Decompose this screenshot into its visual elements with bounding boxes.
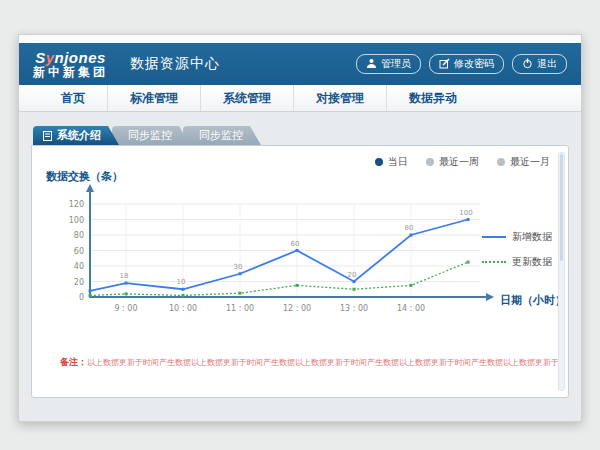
svg-text:12 : 00: 12 : 00 — [283, 304, 311, 313]
brand-logo: Synjones 新中新集团 — [33, 50, 108, 78]
page-title: 数据资源中心 — [130, 55, 220, 73]
legend-item-new-data: 新增数据 — [482, 230, 552, 244]
tab-bar: 系统介绍 同步监控 同步监控 — [33, 126, 569, 145]
filter-today[interactable]: 当日 — [375, 155, 408, 169]
nav-item-interface-mgmt[interactable]: 对接管理 — [293, 85, 386, 111]
footnote-label: 备注： — [60, 357, 87, 367]
svg-text:30: 30 — [234, 263, 243, 271]
admin-user-button[interactable]: 管理员 — [356, 54, 421, 74]
svg-text:120: 120 — [69, 200, 84, 209]
svg-text:20: 20 — [348, 271, 357, 279]
svg-text:100: 100 — [459, 209, 472, 217]
desktop-background: Synjones 新中新集团 数据资源中心 管理员 修改密码 退出 — [0, 0, 600, 450]
svg-text:80: 80 — [405, 224, 414, 232]
radio-unselected-icon — [497, 158, 505, 166]
app-header: Synjones 新中新集团 数据资源中心 管理员 修改密码 退出 — [19, 43, 581, 85]
footnote-text: 以上数据更新于时间产生数据以上数据更新于时间产生数据以上数据更新于时间产生数据以… — [87, 358, 559, 367]
nav-item-home[interactable]: 首页 — [39, 85, 107, 111]
edit-icon — [439, 58, 450, 71]
dotted-line-icon — [482, 261, 506, 263]
radio-selected-icon — [375, 158, 383, 166]
nav-item-standard-mgmt[interactable]: 标准管理 — [107, 85, 200, 111]
svg-text:40: 40 — [74, 262, 84, 271]
solid-line-icon — [482, 236, 506, 238]
svg-text:9 : 00: 9 : 00 — [114, 304, 137, 313]
header-actions: 管理员 修改密码 退出 — [356, 54, 567, 74]
svg-text:11 : 00: 11 : 00 — [226, 304, 254, 313]
document-icon — [43, 131, 52, 141]
content-area: 系统介绍 同步监控 同步监控 当日 最近一周 — [19, 112, 581, 422]
nav-item-system-mgmt[interactable]: 系统管理 — [200, 85, 293, 111]
svg-text:60: 60 — [74, 247, 84, 256]
brand-logo-text: Synjones — [35, 50, 106, 66]
svg-text:14 : 00: 14 : 00 — [397, 304, 425, 313]
svg-text:80: 80 — [74, 231, 84, 240]
svg-text:100: 100 — [69, 216, 84, 225]
main-nav: 首页 标准管理 系统管理 对接管理 数据异动 — [19, 85, 581, 112]
chart-legend: 新增数据 更新数据 — [482, 230, 552, 269]
footnote: 备注：以上数据更新于时间产生数据以上数据更新于时间产生数据以上数据更新于时间产生… — [60, 356, 559, 369]
legend-item-updated-data: 更新数据 — [482, 255, 552, 269]
svg-text:0: 0 — [79, 293, 84, 302]
filter-last-week[interactable]: 最近一周 — [426, 155, 479, 169]
nav-item-data-change[interactable]: 数据异动 — [386, 85, 479, 111]
scrollbar-thumb[interactable] — [560, 154, 563, 261]
svg-text:10: 10 — [177, 278, 186, 286]
tab-sync-monitor-1[interactable]: 同步监控 — [112, 126, 190, 145]
power-icon — [522, 58, 533, 71]
svg-text:10 : 00: 10 : 00 — [169, 304, 197, 313]
svg-text:60: 60 — [291, 240, 300, 248]
line-chart: 0204060801001209 : 0010 : 0011 : 0012 : … — [54, 182, 499, 332]
time-range-filters: 当日 最近一周 最近一月 — [375, 155, 550, 169]
window-top-strip — [19, 35, 581, 43]
logout-button[interactable]: 退出 — [512, 54, 567, 74]
filter-last-month[interactable]: 最近一月 — [497, 155, 550, 169]
svg-text:18: 18 — [120, 272, 129, 280]
tab-system-intro[interactable]: 系统介绍 — [33, 126, 119, 145]
chart-panel: 当日 最近一周 最近一月 数据交换（条） 0204060801001209 : … — [31, 145, 569, 398]
panel-scrollbar[interactable] — [558, 152, 565, 391]
change-password-button[interactable]: 修改密码 — [429, 54, 504, 74]
tab-sync-monitor-2[interactable]: 同步监控 — [183, 126, 261, 145]
radio-unselected-icon — [426, 158, 434, 166]
app-window: Synjones 新中新集团 数据资源中心 管理员 修改密码 退出 — [18, 34, 582, 422]
brand-logo-cn: 新中新集团 — [33, 66, 108, 79]
user-icon — [366, 58, 377, 71]
x-axis-title: 日期（小时） — [500, 293, 566, 308]
svg-text:20: 20 — [74, 278, 84, 287]
svg-text:13 : 00: 13 : 00 — [340, 304, 368, 313]
